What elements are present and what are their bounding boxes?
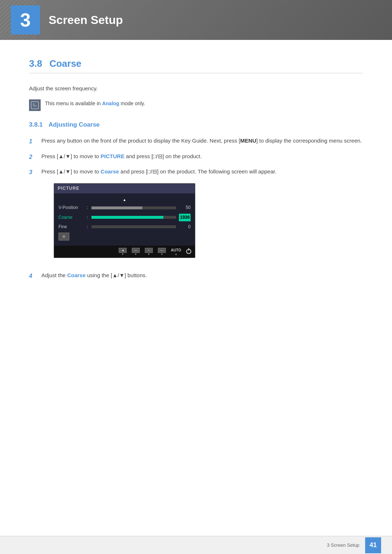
subsection-heading: 3.8.1 Adjusting Coarse [29,121,363,128]
monitor-body: ▲ V-Position : 50 Coarse [54,193,195,246]
coarse-keyword-step3: Coarse [101,168,119,175]
btn-left-sym: ◄ [121,248,124,253]
btn-menu-icon: — [158,248,166,253]
step-number-2: 2 [29,152,36,162]
btn-plus-sym: + [148,248,150,253]
power-icon [186,249,191,254]
note-icon [29,99,41,111]
chapter-title: Screen Setup [49,13,123,27]
step-content-2: Press [▲/▼] to move to PICTURE and press… [41,152,363,161]
coarse-fill [91,216,163,219]
vposition-fill [91,206,142,209]
coarse-keyword-step4: Coarse [67,272,86,278]
analog-keyword: Analog [102,100,119,106]
note-box: This menu is available in Analog mode on… [29,99,363,111]
btn-plus-arrow: ▼ [147,253,150,255]
monitor-mockup: PICTURE ▲ V-Position : 50 [54,183,195,258]
subsection-title: Adjusting Coarse [49,121,100,128]
note-icon-inner [31,101,39,109]
vposition-value: 50 [179,204,191,211]
coarse-value: 1936 [179,214,191,221]
monitor-row-fine: Fine : 0 [58,223,191,230]
btn-auto: AUTO ▼ [171,247,181,256]
btn-power [186,249,191,254]
btn-plus-icon: + [145,248,153,253]
subsection-number: 3.8.1 [29,121,43,128]
picture-keyword: PICTURE [101,153,124,159]
fine-bar [91,225,176,228]
page-header: 3 Screen Setup [0,0,392,40]
tv-icon: ▦ [58,233,69,241]
chapter-number-box: 3 [11,5,40,34]
page-footer: 3 Screen Setup 41 [0,536,392,554]
step-content-3: Press [▲/▼] to move to Coarse and press … [41,167,363,265]
btn-minus-sym: — [134,248,137,253]
monitor-row-coarse: Coarse : 1936 [58,214,191,221]
btn-plus: + ▼ [145,248,153,255]
btn-minus-arrow: ▼ [134,253,137,255]
btn-minus: — ▼ [132,248,140,255]
section-description: Adjust the screen frequency. [29,84,363,93]
monitor-bottom-bar: ◄ ▼ — ▼ + [54,246,195,258]
btn-left: ◄ ▼ [119,248,127,255]
vposition-bar [91,206,176,209]
note-text: This menu is available in Analog mode on… [45,99,145,107]
monitor-icon-row: ▦ [58,233,191,241]
fine-colon: : [87,223,88,230]
footer-chapter-text: 3 Screen Setup [327,542,359,548]
section-number: 3.8 [29,58,42,69]
section-title: Coarse [49,58,81,69]
btn-left-icon: ◄ [119,248,127,253]
list-item: 2 Press [▲/▼] to move to PICTURE and pre… [29,152,363,162]
step-number-1: 1 [29,137,36,146]
step-number-3: 3 [29,168,36,177]
auto-label: AUTO [171,247,181,253]
list-item: 4 Adjust the Coarse using the [▲/▼] butt… [29,271,363,281]
btn-auto-arrow: ▼ [175,253,177,256]
monitor-up-arrow: ▲ [58,197,191,203]
btn-menu-sym: — [160,248,163,253]
list-item: 3 Press [▲/▼] to move to Coarse and pres… [29,167,363,265]
fine-value: 0 [179,223,191,230]
list-item: 1 Press any button on the front of the p… [29,136,363,146]
btn-left-arrow: ▼ [121,253,124,255]
coarse-colon: : [87,214,88,221]
btn-minus-icon: — [132,248,140,253]
section-heading: 3.8 Coarse [29,58,363,73]
step-content-4: Adjust the Coarse using the [▲/▼] button… [41,271,363,280]
coarse-label: Coarse [58,214,84,221]
monitor-row-vposition: V-Position : 50 [58,204,191,211]
vposition-label: V-Position [58,204,84,211]
footer-page-number: 41 [365,537,381,553]
step-content-1: Press any button on the front of the pro… [41,136,363,145]
fine-label: Fine [58,223,84,230]
menu-key: MENU [240,138,256,144]
coarse-bar [91,216,176,219]
monitor-header-label: PICTURE [54,184,195,193]
vposition-colon: : [87,204,88,211]
steps-list: 1 Press any button on the front of the p… [29,136,363,281]
chapter-number: 3 [20,11,31,29]
btn-menu: — ▼ [158,248,166,255]
step-number-4: 4 [29,271,36,281]
main-content: 3.8 Coarse Adjust the screen frequency. … [0,40,392,316]
btn-menu-arrow: ▼ [160,253,163,255]
